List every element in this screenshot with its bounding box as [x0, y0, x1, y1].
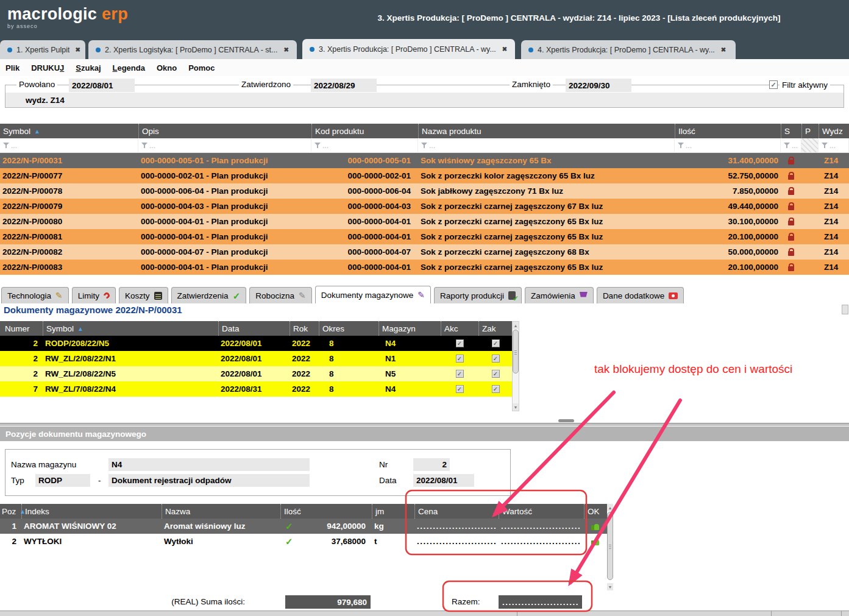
orders-row[interactable]: 2022/N-P/00083000-0000-004-01 - Plan pro… [0, 260, 849, 275]
items-row[interactable]: 2WYTŁOKIWytłoki37,68000t................… [0, 534, 607, 549]
menu-item-okno[interactable]: Okno [157, 63, 177, 73]
docs-column-header[interactable]: Magazyn [378, 321, 441, 336]
data-field[interactable]: 2022/08/01 [413, 474, 474, 487]
tab-close-icon[interactable] [721, 46, 726, 53]
report-check-icon [508, 291, 516, 300]
orders-row[interactable]: 2022/N-P/00078000-0000-006-04 - Plan pro… [0, 183, 849, 199]
docs-column-header[interactable]: Okres [319, 321, 378, 336]
orders-filter-cell[interactable] [311, 138, 418, 153]
orders-column-header[interactable]: Ilość [675, 124, 781, 138]
akc-checkbox[interactable] [456, 370, 464, 378]
orders-row[interactable]: 2022/N-P/00031000-0000-005-01 - Plan pro… [0, 153, 849, 168]
items-column-header[interactable]: Cena [414, 504, 499, 519]
menu-item-legenda[interactable]: Legenda [113, 63, 145, 73]
docs-row[interactable]: 7RW_ZL/7/08/22/N42022/08/3120228N4 [0, 381, 513, 397]
orders-filter-cell[interactable] [781, 138, 801, 153]
docs-column-header[interactable]: Rok [290, 321, 319, 336]
orders-column-header[interactable]: P [801, 124, 819, 138]
orders-filter-cell[interactable] [801, 138, 819, 153]
detail-tab-koszty[interactable]: Koszty [119, 287, 168, 303]
tab-close-icon[interactable] [502, 46, 507, 52]
items-column-header[interactable]: Nazwa [162, 504, 280, 519]
orders-column-header[interactable]: Kod produktu [311, 124, 418, 138]
orders-filter-cell[interactable] [138, 138, 311, 153]
orders-row[interactable]: 2022/N-P/00080000-0000-004-01 - Plan pro… [0, 214, 849, 229]
docs-vertical-scrollbar[interactable]: ▲ ▼ [512, 321, 519, 411]
orders-filter-cell[interactable] [0, 138, 138, 153]
items-row[interactable]: 1AROMAT WIŚNIOWY 02Aromat wiśniowy luz94… [0, 519, 607, 534]
typ-field[interactable]: RODP [35, 474, 90, 487]
orders-row[interactable]: 2022/N-P/00079000-0000-004-03 - Plan pro… [0, 199, 849, 214]
panel-splitter[interactable] [0, 423, 849, 426]
orders-row[interactable]: 2022/N-P/00081000-0000-004-01 - Plan pro… [0, 229, 849, 244]
orders-column-header[interactable]: S [781, 124, 801, 138]
zak-checkbox[interactable] [492, 385, 500, 393]
items-column-header[interactable]: OK [584, 504, 607, 519]
items-vertical-scrollbar[interactable]: ▲ ▼ [607, 504, 614, 594]
detail-tab-technologia[interactable]: Technologia✎ [1, 287, 69, 303]
order-nazwa: Sok z porzeczki czarnej zagęszczony 67 B… [418, 199, 675, 214]
detail-tab-raporty-produkcji[interactable]: Raporty produkcji [434, 287, 522, 303]
zak-checkbox[interactable] [492, 370, 500, 378]
docs-column-header[interactable]: Symbol [43, 321, 218, 336]
tab-close-icon[interactable] [76, 46, 80, 53]
orders-column-header[interactable]: Wydz [819, 124, 849, 138]
orders-column-header[interactable]: Symbol [0, 124, 138, 138]
akc-checkbox[interactable] [456, 385, 464, 393]
scroll-down-icon[interactable]: ▼ [607, 583, 613, 590]
orders-column-header[interactable]: Nazwa produktu [418, 124, 675, 138]
items-scrollbar-thumb[interactable] [607, 512, 613, 580]
nazwa-magazynu-field[interactable]: N4 [108, 458, 310, 471]
orders-column-header[interactable]: Opis [138, 124, 311, 138]
scroll-up-icon[interactable]: ▲ [607, 504, 613, 511]
menu-item-szukaj[interactable]: Szukaj [76, 63, 101, 73]
detail-tab-zamówienia[interactable]: Zamówienia [525, 287, 594, 303]
docs-row[interactable]: 2RW_ZL/2/08/22/N52022/08/0120228N5 [0, 366, 513, 381]
detail-tab-robocizna[interactable]: Robocizna✎ [249, 287, 312, 303]
menu-item-pomoc[interactable]: Pomoc [188, 63, 215, 73]
orders-row[interactable]: 2022/N-P/00077000-0000-002-01 - Plan pro… [0, 168, 849, 183]
session-tab-4[interactable]: 4. Xpertis Produkcja: [ ProDemo ] CENTRA… [521, 40, 736, 59]
scroll-down-icon[interactable]: ▼ [513, 403, 519, 411]
docs-column-header[interactable]: Akc [441, 321, 478, 336]
tab-close-icon[interactable] [283, 46, 288, 53]
session-tab-1[interactable]: 1. Xpertis Pulpit: [0, 40, 85, 59]
zatwierdzono-field[interactable]: 2022/08/29 [311, 79, 377, 92]
session-tab-3[interactable]: 3. Xpertis Produkcja: [ ProDemo ] CENTRA… [302, 39, 515, 59]
docs-row[interactable]: 2RW_ZL/2/08/22/N12022/08/0120228N1 [0, 351, 513, 366]
powolano-field[interactable]: 2022/08/01 [69, 79, 135, 92]
scroll-up-icon[interactable]: ▲ [513, 322, 519, 329]
detail-tab-dokumenty-magazynowe[interactable]: Dokumenty magazynowe✎ [315, 286, 431, 303]
nr-label: Nr [379, 460, 388, 469]
orders-filter-cell[interactable] [675, 138, 781, 153]
docs-column-header[interactable]: Zak [478, 321, 513, 336]
session-tab-2[interactable]: 2. Xpertis Logistyka: [ ProDemo ] CENTRA… [88, 40, 297, 59]
docs-row[interactable]: 2RODP/208/22/N52022/08/0120228N4 [0, 336, 513, 351]
orders-filter-cell[interactable] [819, 138, 849, 153]
docs-column-header[interactable]: Numer [0, 321, 43, 336]
horizontal-scroll-thumb[interactable] [558, 419, 574, 422]
docs-scrollbar-thumb[interactable] [513, 330, 519, 373]
detail-tab-dane-dodatkowe[interactable]: Dane dodatkowe [597, 287, 684, 303]
zak-checkbox[interactable] [492, 339, 500, 347]
detail-tab-zatwierdzenia[interactable]: Zatwierdzenia✓ [171, 287, 247, 303]
filtr-aktywny-checkbox[interactable] [769, 80, 778, 89]
items-column-header[interactable]: Ilość [280, 504, 372, 519]
detail-tab-limity[interactable]: Limity [72, 287, 116, 303]
items-column-header[interactable]: jm [372, 504, 414, 519]
akc-checkbox[interactable] [456, 339, 464, 347]
docs-column-header[interactable]: Data [218, 321, 290, 336]
items-column-header[interactable]: Poz [0, 504, 21, 519]
items-column-header[interactable]: Indeks [21, 504, 162, 519]
menu-item-drukuj[interactable]: DRUKUJ [31, 63, 64, 73]
orders-row[interactable]: 2022/N-P/00082000-0000-004-07 - Plan pro… [0, 244, 849, 260]
items-column-header[interactable]: Wartość [499, 504, 584, 519]
typ-opis-field[interactable]: Dokument rejestracji odpadów [108, 474, 310, 487]
zamknieto-field[interactable]: 2022/09/30 [566, 79, 631, 92]
zak-checkbox[interactable] [492, 355, 500, 363]
menu-item-plik[interactable]: Plik [5, 63, 20, 73]
order-p-cell [801, 168, 819, 183]
akc-checkbox[interactable] [456, 355, 464, 363]
nr-field[interactable]: 2 [413, 458, 450, 471]
orders-filter-cell[interactable] [418, 138, 675, 153]
